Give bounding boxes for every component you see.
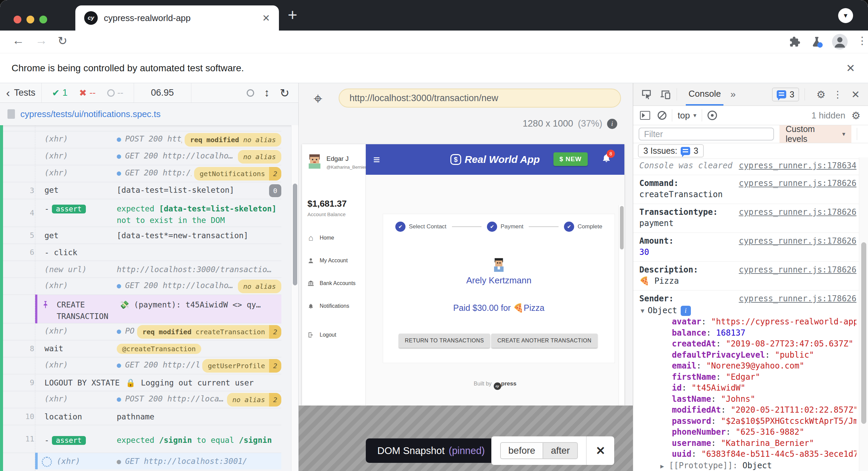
back-to-tests-button[interactable]: ‹ Tests [0,83,42,102]
sidebar-item-bank-accounts[interactable]: Bank Accounts [302,274,365,293]
viewport-info-icon[interactable]: i [607,119,617,129]
tab-search-icon[interactable]: ▼ [838,8,853,23]
reporter-scrollbar[interactable] [291,125,298,471]
dom-snapshot-pill: DOM Snapshot (pinned) [366,438,496,463]
filter-input[interactable] [639,128,774,140]
console-sidebar-toggle-icon[interactable] [640,111,650,120]
back-icon[interactable]: ← [12,33,24,48]
command-row-logout-log[interactable]: 9 LOGOUT BY XSTATE 🔒 Logging out current… [3,374,281,391]
command-row-assert[interactable]: 4 -assert expected [data-test=list-skele… [3,199,281,227]
source-link[interactable]: cypress_runner.js:178626 [739,264,856,276]
device-toolbar-icon[interactable] [660,89,671,100]
command-row-pinned-create-transaction[interactable]: CREATE TRANSACTION 💸 (payment): t45Aiwid… [3,295,281,323]
new-tab-button[interactable]: + [288,7,297,23]
traffic-zoom-icon[interactable] [39,16,47,23]
object-property: createdAt"2019-08-27T23:47:05.637Z" [639,338,856,350]
console-scrollbar[interactable] [859,157,868,471]
divider [677,88,677,100]
after-button[interactable]: after [543,442,578,459]
step-select-contact: ✔ Select Contact [395,222,447,232]
profile-avatar-icon[interactable] [832,34,848,50]
hidden-messages-label[interactable]: 1 hidden [811,110,845,121]
command-row-xhr[interactable]: (xhr) ●GET 200 http://localho… no alias [3,278,281,295]
issues-button[interactable]: 3 Issues: 3 [638,144,704,157]
sidebar-item-notifications[interactable]: Notifications [302,297,365,316]
command-row-partial [3,125,281,131]
browser-tab[interactable]: cy cypress-realworld-app ✕ [75,5,279,31]
command-row-assert[interactable]: 11 -assert expected /signin to equal /si… [3,425,281,453]
alias-badge: @createTransaction [117,344,201,354]
collapse-expand-icon[interactable]: ↕ [264,87,270,99]
selector-playground-icon[interactable]: ⌖ [314,89,322,108]
unpin-close-icon[interactable]: ✕ [587,444,614,457]
command-row-get[interactable]: 5 get [data-test*=new-transaction] [3,227,281,244]
before-button[interactable]: before [500,442,543,459]
route-count-badge: 2 [269,393,281,407]
log-levels-dropdown[interactable]: Custom levels ▾ [779,125,851,143]
clear-console-icon[interactable] [658,111,666,120]
browser-menu-kebab-icon[interactable]: ⋮ [857,35,867,46]
console-entry: cypress_runner.js:178626 Amount: 30 [633,233,859,262]
devtools-close-icon[interactable]: ✕ [851,89,860,100]
tab-close-icon[interactable]: ✕ [262,13,270,24]
inspect-element-icon[interactable] [641,89,652,100]
command-row-xhr[interactable]: (xhr) ●GET 200 http://l… getUserProfile2 [3,357,281,374]
source-link[interactable]: cypress_runner.js:178626 [739,207,856,218]
object-property: password"$2a$10$5PXHGtcsckWtAprT5/Jml…" [639,416,856,427]
create-another-transaction-button[interactable]: CREATE ANOTHER TRANSACTION [491,334,598,348]
auto-scroll-toggle-icon[interactable] [247,89,254,97]
live-expression-eye-icon[interactable] [707,111,717,120]
contact-name[interactable]: Arely Kertzmann [383,275,615,286]
command-row-xhr[interactable]: (xhr) ●POST … req modified createTransac… [3,323,281,340]
more-tabs-icon[interactable]: » [730,89,736,100]
command-row-xhr[interactable]: (xhr) ●POST 200 http… req modified no al… [3,131,281,148]
devtools-panel: Console » 3 ⚙ ⋮ ✕ top ▾ 1 hidden ⚙ [633,83,868,471]
devtools-settings-gear-icon[interactable]: ⚙ [816,89,826,100]
command-row-xhr[interactable]: (xhr) ●GET 200 http://localho… no alias [3,148,281,165]
command-row-xhr[interactable]: (xhr) ●GET 200 http://… getNotifications… [3,165,281,182]
sidebar-item-my-account[interactable]: My Account [302,251,365,270]
pin-icon[interactable] [41,300,50,309]
source-link[interactable]: cypress_runner.js:178634 [739,160,856,171]
app-scroll-thumb[interactable] [620,206,624,249]
notifications-bell-icon[interactable]: 8 [601,152,611,163]
new-transaction-button[interactable]: $ NEW [553,152,588,166]
extensions-puzzle-icon[interactable] [788,35,801,48]
sidebar-item-home[interactable]: ⌂ Home [302,228,365,247]
sidebar-item-logout[interactable]: Logout [302,325,365,344]
execution-context-selector[interactable]: top ▾ [678,110,696,121]
command-row-xhr[interactable]: (xhr) ●POST 200 http://loca… no alias2 [3,391,281,408]
command-row-newurl[interactable]: (new url) http://localhost:3000/transact… [3,261,281,278]
tab-console[interactable]: Console [686,83,723,106]
object-info-icon[interactable]: i [681,306,691,316]
banner-close-icon[interactable]: ✕ [846,62,855,75]
source-link[interactable]: cypress_runner.js:178626 [739,236,856,247]
spec-file-link[interactable]: cypress/tests/ui/notifications.spec.ts [20,109,161,119]
command-row-wait[interactable]: 8 wait @createTransaction [3,340,281,357]
source-link[interactable]: cypress_runner.js:178626 [739,178,856,189]
console-messages-badge[interactable]: 3 [772,88,799,101]
traffic-minimize-icon[interactable] [26,16,34,23]
viewport-size: 1280 x 1000 (37%) i [523,118,617,129]
command-row-click[interactable]: 6 - click [3,244,281,261]
source-link[interactable]: cypress_runner.js:178626 [739,293,856,304]
traffic-close-icon[interactable] [14,16,21,23]
console-scroll-thumb[interactable] [861,242,866,424]
rerun-tests-icon[interactable]: ↻ [280,86,290,100]
aut-url-bar[interactable]: http://localhost:3000/transaction/new [339,89,621,108]
command-row-get[interactable]: 3 get [data-test=list-skeleton] 0 [3,182,281,199]
console-settings-gear-icon[interactable]: ⚙ [851,110,861,121]
caret-down-icon: ▾ [693,112,696,119]
prototype-row[interactable]: ▶ [[Prototype]]: Object [639,460,856,471]
command-row-xhr-pending[interactable]: (xhr) ●GET http://localhost:3001/ [3,453,281,469]
experiments-flask-icon[interactable] [810,35,823,48]
reload-icon[interactable]: ↻ [58,34,68,48]
devtools-menu-kebab-icon[interactable]: ⋮ [833,89,843,100]
command-row-location[interactable]: 10 location pathname [3,408,281,425]
hamburger-menu-icon[interactable]: ≡ [373,153,380,166]
forward-icon[interactable]: → [35,33,48,48]
return-to-transactions-button[interactable]: RETURN TO TRANSACTIONS [399,334,490,348]
account-balance: $1,681.37 [307,199,347,209]
object-expander[interactable]: ▼ Object i [639,304,856,316]
reporter-scroll-thumb[interactable] [293,184,297,285]
